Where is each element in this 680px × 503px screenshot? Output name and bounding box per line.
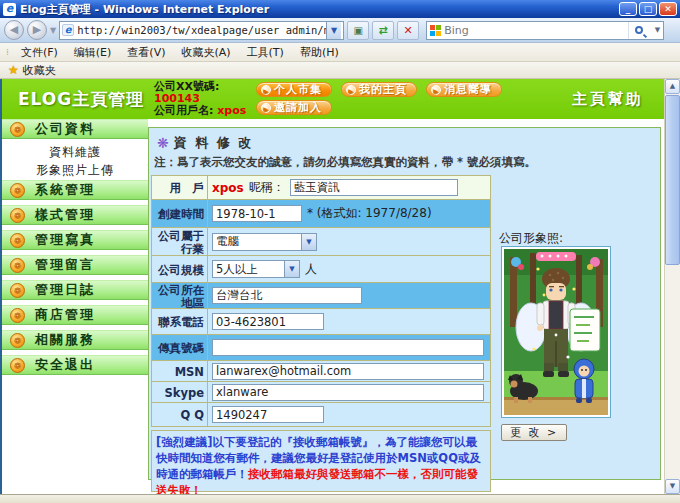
change-photo-button[interactable]: 更 改 >: [501, 424, 567, 441]
homepage-help-link[interactable]: 主頁幫助: [572, 90, 644, 109]
coin-icon: ❁: [10, 183, 25, 198]
my-homepage-button[interactable]: ▶ 我的主頁: [341, 82, 417, 97]
page-icon: e: [62, 24, 74, 36]
skype-field[interactable]: [212, 384, 484, 401]
mailbox-notice: [強烈建議]以下要登記的『接收郵箱帳號』，為了能讓您可以最快時間知道您有郵件，建…: [151, 430, 491, 492]
form-title: ❋ 資 料 修 改: [157, 134, 253, 152]
chevron-down-icon[interactable]: ▼: [301, 234, 316, 250]
nickname-field[interactable]: [290, 179, 458, 196]
sidebar-subitem-data-maintain[interactable]: 資料維護: [2, 144, 148, 160]
menu-favorites[interactable]: 收藏夹(A): [174, 43, 237, 62]
sidebar-item-messages[interactable]: ❁ 管理留言: [2, 255, 148, 275]
table-row-skype: Skype: [152, 382, 490, 403]
play-icon: ▶: [346, 85, 356, 95]
site-brand: ELOG主頁管理: [18, 88, 144, 111]
industry-select[interactable]: 電腦 ▼: [212, 233, 317, 251]
sidebar-item-company-info[interactable]: ❁ 公司資料: [2, 119, 148, 139]
qq-field[interactable]: [212, 406, 324, 423]
company-user-label: 公司用戶名:: [154, 104, 213, 117]
table-row-region: 公司所在地區: [152, 283, 490, 309]
chevron-down-icon[interactable]: ▼: [284, 261, 299, 277]
coin-icon: ❁: [10, 308, 25, 323]
scroll-down-icon[interactable]: ▼: [665, 479, 680, 494]
close-button[interactable]: ✕: [659, 2, 677, 16]
company-size-unit: 人: [305, 261, 317, 278]
company-photo-label: 公司形象照:: [499, 230, 563, 247]
company-user-value: xpos: [217, 104, 246, 117]
scroll-up-icon[interactable]: ▲: [665, 79, 680, 94]
sidebar-item-shop[interactable]: ❁ 商店管理: [2, 305, 148, 325]
search-button[interactable]: [628, 22, 650, 39]
play-icon: ▶: [261, 103, 271, 113]
coin-icon: ❁: [10, 233, 25, 248]
sidebar-item-photo-album[interactable]: ❁ 管理寫真: [2, 230, 148, 250]
table-row-company-size: 公司規模 5人以上 ▼ 人: [152, 256, 490, 283]
menu-view[interactable]: 查看(V): [120, 43, 172, 62]
search-icon: [635, 26, 643, 34]
profile-edit-panel: ❋ 資 料 修 改 注：爲了表示您交友的誠意，請勿必填寫您真實的資料，帶 * 號…: [148, 127, 661, 480]
sidebar-item-logout[interactable]: ❁ 安全退出: [2, 355, 148, 375]
sidebar: ❁ 公司資料 資料維護 形象照片上傳 ❁ 系統管理 ❁ 樣式管理 ❁: [2, 119, 148, 494]
page-header: ELOG主頁管理 公司XX號碼: 100143 公司用戶名: xpos ▶ 个人…: [2, 79, 664, 119]
back-button[interactable]: ◀: [4, 20, 24, 40]
invite-join-button[interactable]: ▶ 邀請加入: [256, 100, 332, 115]
phone-field[interactable]: [212, 313, 324, 330]
favorites-star-icon[interactable]: ★: [8, 63, 19, 77]
coin-icon: ❁: [10, 358, 25, 373]
msn-field[interactable]: [212, 363, 484, 380]
refresh-button[interactable]: ⇄: [372, 21, 394, 40]
company-avatar-image: [501, 246, 611, 418]
stop-button[interactable]: ✕: [397, 21, 419, 40]
toolbar-grip: ⁞: [6, 47, 8, 57]
table-row-create-time: 創建時間 * (格式如: 1977/8/28): [152, 200, 490, 228]
table-row-phone: 聯系電話: [152, 309, 490, 335]
region-field[interactable]: [212, 287, 362, 304]
bing-logo-icon: [430, 25, 441, 36]
table-row-fax: 傳真號碼: [152, 335, 490, 361]
minimize-button[interactable]: _: [619, 2, 637, 16]
main-content: ❋ 資 料 修 改 注：爲了表示您交友的誠意，請勿必填寫您真實的資料，帶 * 號…: [148, 119, 664, 494]
address-bar[interactable]: e http://win2003/tw/xdealpage/user_admin…: [59, 21, 344, 40]
browser-window: e Elog主頁管理 - Windows Internet Explorer _…: [0, 0, 680, 503]
favorites-button[interactable]: 收藏夹: [23, 63, 56, 78]
sidebar-item-system[interactable]: ❁ 系統管理: [2, 180, 148, 200]
search-box[interactable]: Bing ▼: [426, 21, 664, 40]
search-options-icon[interactable]: ▼: [655, 26, 660, 34]
table-row-qq: Q Q: [152, 403, 490, 426]
sidebar-subitem-photo-upload[interactable]: 形象照片上傳: [2, 162, 148, 178]
create-time-field[interactable]: [212, 205, 302, 222]
address-dropdown-icon[interactable]: ▼: [326, 22, 341, 39]
company-size-select[interactable]: 5人以上 ▼: [212, 260, 300, 278]
scrollbar-thumb[interactable]: [665, 95, 680, 265]
menu-help[interactable]: 帮助(H): [293, 43, 346, 62]
profile-form-table: 用 戶 xpos 昵稱： 創建時間: [151, 175, 491, 427]
table-row-msn: MSN: [152, 361, 490, 382]
fax-field[interactable]: [212, 339, 484, 356]
maximize-button[interactable]: □: [639, 2, 657, 16]
compatibility-view-button[interactable]: ▣: [347, 21, 369, 40]
history-dropdown-icon[interactable]: ▼: [50, 26, 56, 35]
coin-icon: ❁: [10, 208, 25, 223]
sidebar-item-style[interactable]: ❁ 樣式管理: [2, 205, 148, 225]
table-row-user: 用 戶 xpos 昵稱：: [152, 176, 490, 200]
sidebar-item-diary[interactable]: ❁ 管理日誌: [2, 280, 148, 300]
title-bar: e Elog主頁管理 - Windows Internet Explorer _…: [0, 0, 680, 18]
search-input[interactable]: Bing: [444, 24, 625, 37]
flower-icon: ❋: [157, 135, 169, 151]
menu-tools[interactable]: 工具(T): [240, 43, 291, 62]
personal-market-button[interactable]: ▶ 个人市集: [256, 82, 332, 97]
address-url[interactable]: http://win2003/tw/xdealpage/user_admin/m…: [77, 24, 326, 36]
coin-icon: ❁: [10, 283, 25, 298]
message-wizard-button[interactable]: ▶ 消息嚮導: [426, 82, 502, 97]
vertical-scrollbar[interactable]: ▲ ▼: [664, 79, 680, 494]
forward-button[interactable]: ▶: [27, 20, 47, 40]
menu-edit[interactable]: 编辑(E): [67, 43, 119, 62]
coin-icon: ❁: [10, 333, 25, 348]
account-info: 公司XX號碼: 100143 公司用戶名: xpos: [154, 81, 246, 117]
sidebar-item-related-services[interactable]: ❁ 相關服務: [2, 330, 148, 350]
play-icon: ▶: [431, 85, 441, 95]
ie-icon: e: [3, 3, 16, 16]
status-bar: [0, 494, 680, 503]
menu-file[interactable]: 文件(F): [14, 43, 65, 62]
favorites-bar: ★ 收藏夹: [0, 62, 680, 79]
